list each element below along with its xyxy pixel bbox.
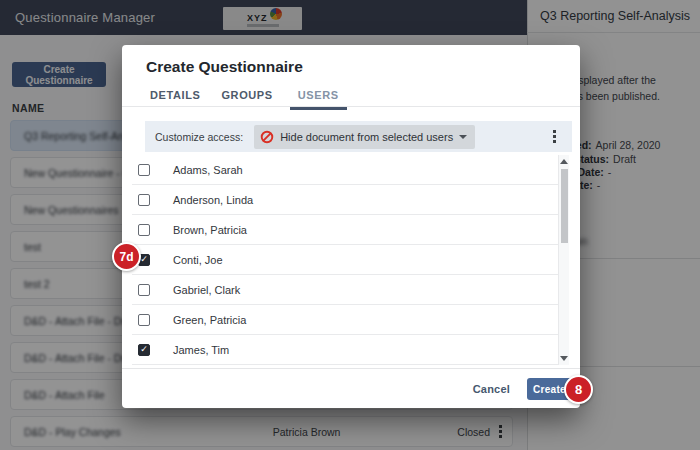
step-badge-7d: 7d: [112, 242, 141, 271]
user-checkbox[interactable]: [138, 344, 150, 356]
app-root: Questionnaire Manager XYZ Create Questio…: [0, 0, 700, 450]
dialog-title: Create Questionnaire: [146, 58, 303, 76]
footer-divider: [122, 368, 580, 369]
user-list: Adams, SarahAnderson, LindaBrown, Patric…: [132, 155, 558, 365]
user-checkbox[interactable]: [138, 224, 150, 236]
user-checkbox[interactable]: [138, 194, 150, 206]
user-name: Green, Patricia: [173, 314, 246, 326]
user-name: Anderson, Linda: [173, 194, 253, 206]
cancel-button[interactable]: Cancel: [473, 383, 510, 395]
hide-document-icon: [260, 130, 274, 144]
user-name: Gabriel, Clark: [173, 284, 240, 296]
user-row[interactable]: James, Tim: [132, 335, 558, 365]
user-row[interactable]: Anderson, Linda: [132, 185, 558, 215]
user-row[interactable]: Brown, Patricia: [132, 215, 558, 245]
user-name: James, Tim: [173, 344, 229, 356]
user-name: Brown, Patricia: [173, 224, 247, 236]
scroll-down-icon[interactable]: [560, 356, 568, 361]
access-option-label: Hide document from selected users: [280, 131, 453, 143]
user-row[interactable]: Adams, Sarah: [132, 155, 558, 185]
user-checkbox[interactable]: [138, 164, 150, 176]
customize-access-bar: Customize access: Hide document from sel…: [145, 121, 572, 152]
user-name: Adams, Sarah: [173, 164, 243, 176]
customize-access-label: Customize access:: [155, 131, 243, 143]
tabs-divider: [122, 106, 580, 107]
user-list-scrollbar[interactable]: [558, 155, 569, 365]
create-questionnaire-dialog: Create Questionnaire DETAILSGROUPSUSERS …: [122, 45, 580, 408]
access-menu-icon[interactable]: [553, 135, 556, 138]
user-checkbox[interactable]: [138, 314, 150, 326]
access-option-dropdown[interactable]: Hide document from selected users: [254, 125, 475, 149]
scrollbar-thumb[interactable]: [561, 169, 568, 243]
user-row[interactable]: Conti, Joe: [132, 245, 558, 275]
user-row[interactable]: Green, Patricia: [132, 305, 558, 335]
step-badge-8: 8: [564, 375, 593, 404]
user-row[interactable]: Gabriel, Clark: [132, 275, 558, 305]
chevron-down-icon: [459, 135, 467, 139]
scroll-up-icon[interactable]: [560, 159, 568, 164]
user-name: Conti, Joe: [173, 254, 223, 266]
user-checkbox[interactable]: [138, 284, 150, 296]
